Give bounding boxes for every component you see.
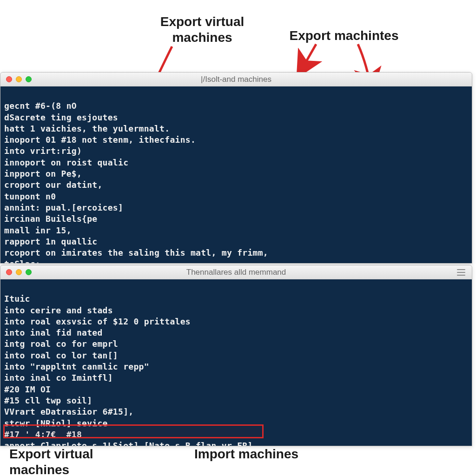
traffic-lights-1 — [0, 76, 32, 82]
maximize-icon[interactable] — [26, 269, 32, 275]
maximize-icon[interactable] — [26, 76, 32, 82]
titlebar-1[interactable]: |/Isolt-and machines — [0, 73, 472, 86]
terminal-line: rcoport on imirates the saling this matl… — [4, 248, 268, 258]
close-icon[interactable] — [6, 269, 12, 275]
annotation-export-machintes: Export machintes — [274, 28, 414, 44]
terminal-line: hatt 1 vaichies, the yulermnalt. — [4, 124, 170, 133]
terminal-line: into cerire and stads — [4, 305, 113, 315]
terminal-line: tunpont n0 — [4, 192, 56, 201]
annotation-export-virtual-machines-top: Export virtualmachines — [142, 14, 263, 45]
minimize-icon[interactable] — [16, 76, 22, 82]
terminal-line: #15 cll twp soil] — [4, 396, 92, 405]
terminal-line: inpport on Pe$, — [4, 169, 82, 178]
terminal-line: croport our datint, — [4, 180, 103, 190]
terminal-body-1[interactable]: gecnt #6-(8 nO dSacrete ting esjoutes ha… — [0, 86, 472, 263]
terminal-body-2[interactable]: Ituic into cerire and stads into roal ex… — [0, 279, 472, 446]
terminal-line: dSacrete ting esjoutes — [4, 112, 118, 122]
terminal-line: toSlac: — [4, 259, 46, 264]
traffic-lights-2 — [0, 269, 32, 275]
terminal-line: into inal fid nated — [4, 328, 103, 337]
window-title-2: Thennallares alld memmand — [186, 268, 286, 277]
terminal-line: annort ClaprLete s 1LSiet],[Nate s B fla… — [4, 441, 258, 446]
terminal-line: into inal co Imintfl] — [4, 373, 113, 383]
window-title-1: |/Isolt-and machines — [201, 75, 271, 84]
close-icon[interactable] — [6, 76, 12, 82]
terminal-line: intg roal co for emprl — [4, 339, 118, 349]
terminal-line: VVrart eDatrasiior 6#15], — [4, 407, 133, 416]
terminal-line: gecnt #6-(8 nO — [4, 101, 77, 111]
terminal-line: Ituic — [4, 294, 30, 304]
terminal-line: mnall inr 15, — [4, 225, 72, 235]
terminal-line: into vrirt:rig) — [4, 146, 82, 156]
terminal-line: inoport 01 #18 not stenm, ithecfains. — [4, 135, 196, 145]
terminal-window-1[interactable]: |/Isolt-and machines gecnt #6-(8 nO dSac… — [0, 72, 472, 264]
minimize-icon[interactable] — [16, 269, 22, 275]
terminal-window-2[interactable]: Thennallares alld memmand Ituic into cer… — [0, 265, 472, 446]
terminal-line: ircinan Builels{pe — [4, 214, 97, 224]
annotation-import-machines: Import machines — [186, 446, 307, 462]
annotation-export-virtual-machines-bottom: Export virtual machines — [9, 446, 149, 476]
terminal-line: into "rappltnt canmlic repp" — [4, 362, 149, 371]
terminal-line: into roal exsvsic of $12 0 prittales — [4, 317, 191, 326]
terminal-line: rapport 1n quallic — [4, 237, 97, 246]
terminal-line: into roal co lor tan[] — [4, 350, 118, 360]
terminal-line: innoport on roist qualic — [4, 158, 128, 167]
menu-icon[interactable] — [457, 269, 465, 276]
terminal-line: annint: pual.[ercoices] — [4, 203, 123, 212]
titlebar-2[interactable]: Thennallares alld memmand — [0, 265, 472, 279]
terminal-line: #20 IM OI — [4, 384, 51, 394]
highlight-box — [3, 424, 264, 438]
